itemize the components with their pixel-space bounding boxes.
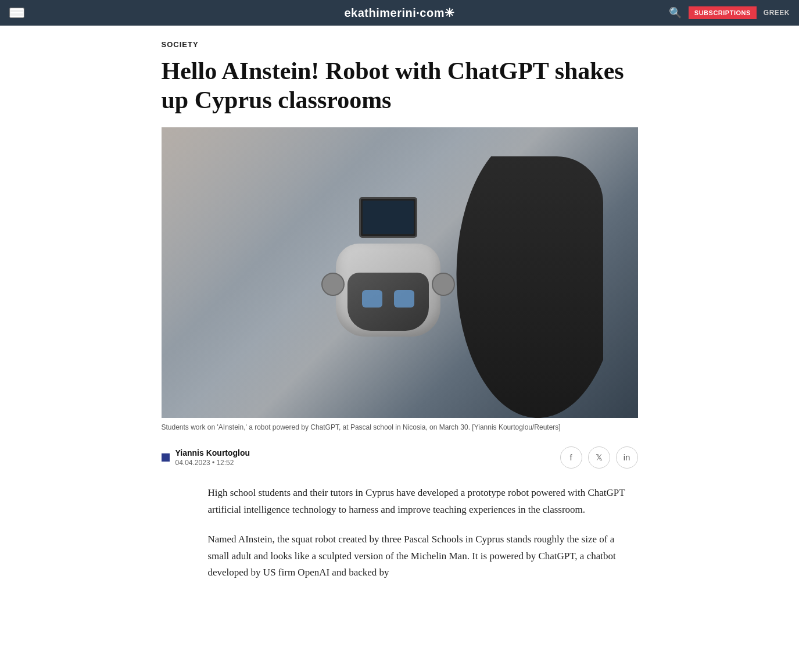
social-share-icons: f 𝕏 in (560, 446, 638, 469)
linkedin-share-button[interactable]: in (616, 446, 638, 469)
robot-tablet (359, 197, 417, 238)
author-accent-square (162, 453, 170, 462)
search-button[interactable]: 🔍 (669, 6, 682, 19)
page-wrapper: SOCIETY Hello AInstein! Robot with ChatG… (138, 40, 661, 629)
robot-face (347, 273, 429, 331)
twitter-share-button[interactable]: 𝕏 (588, 446, 610, 469)
subscriptions-button[interactable]: SUBSCRIPTIONS (689, 6, 757, 19)
facebook-icon: f (569, 452, 572, 462)
article-title: Hello AInstein! Robot with ChatGPT shake… (162, 57, 638, 115)
article-date: 04.04.2023 • 12:52 (175, 459, 250, 467)
robot-tablet-screen (363, 201, 414, 234)
robot-speaker-right (432, 273, 455, 296)
language-switch-button[interactable]: GREEK (764, 9, 790, 17)
author-name-date: Yiannis Kourtoglou 04.04.2023 • 12:52 (175, 448, 250, 467)
robot-eye-right (394, 290, 414, 308)
nav-left (9, 8, 24, 18)
nav-separator (0, 26, 799, 26)
article-hero-image (162, 127, 638, 418)
robot-eye-left (362, 290, 382, 308)
image-caption: Students work on 'AInstein,' a robot pow… (162, 423, 638, 432)
site-logo-wrapper: ekathimerini·com✳ (344, 6, 454, 20)
robot-eyes (347, 273, 429, 308)
logo-text: ekathimerini·com (344, 6, 445, 19)
article-paragraph-1: High school students and their tutors in… (162, 485, 638, 519)
author-name[interactable]: Yiannis Kourtoglou (175, 448, 250, 457)
article-category: SOCIETY (162, 40, 638, 49)
article-image-wrapper (162, 127, 638, 418)
article-body: High school students and their tutors in… (162, 485, 638, 581)
facebook-share-button[interactable]: f (560, 446, 582, 469)
twitter-icon: 𝕏 (596, 452, 603, 463)
top-navigation: ekathimerini·com✳ 🔍 SUBSCRIPTIONS GREEK (0, 0, 799, 26)
robot-head (336, 244, 440, 337)
author-row: Yiannis Kourtoglou 04.04.2023 • 12:52 f … (162, 446, 638, 469)
robot-speaker-left (321, 273, 345, 296)
hamburger-menu-button[interactable] (9, 8, 24, 18)
article-paragraph-2: Named AInstein, the squat robot created … (162, 531, 638, 582)
author-info: Yiannis Kourtoglou 04.04.2023 • 12:52 (162, 448, 250, 467)
linkedin-icon: in (624, 452, 630, 462)
nav-right: 🔍 SUBSCRIPTIONS GREEK (669, 6, 790, 19)
site-logo: ekathimerini·com✳ (344, 6, 454, 19)
robot-illustration (330, 244, 446, 371)
